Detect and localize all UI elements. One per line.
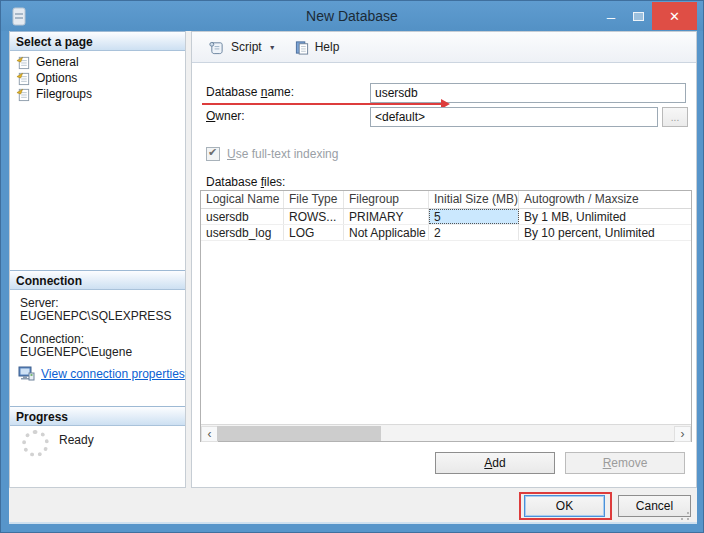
select-a-page-title: Select a page [16, 35, 93, 49]
fulltext-checkbox-row: Use full-text indexing [206, 147, 338, 161]
help-label: Help [315, 40, 340, 54]
cell-initial-size[interactable]: 2 [429, 225, 519, 240]
cell-autogrowth[interactable]: By 10 percent, Unlimited [519, 225, 691, 240]
titlebar: New Database – ✕ [1, 1, 703, 31]
close-icon: ✕ [669, 9, 680, 24]
cell-filegroup[interactable]: Not Applicable [344, 225, 429, 240]
column-header-filegroup: Filegroup [344, 191, 429, 208]
sidebar-item-options[interactable]: Options [16, 70, 181, 86]
page-icon [16, 55, 31, 70]
page-icon [16, 87, 31, 102]
server-label: Server: [20, 296, 59, 310]
ok-button[interactable]: OK [524, 495, 605, 517]
fulltext-label: Use full-text indexing [227, 147, 338, 161]
cell-logical-name[interactable]: usersdb [201, 209, 284, 224]
table-row: usersdb ROWS... PRIMARY 5 By 1 MB, Unlim… [201, 209, 691, 225]
close-button[interactable]: ✕ [652, 2, 697, 30]
select-a-page-header: Select a page [10, 31, 185, 51]
sidebar-item-label: General [36, 55, 79, 69]
maximize-button[interactable] [625, 2, 651, 30]
view-connection-properties[interactable]: View connection properties [18, 366, 185, 381]
horizontal-scrollbar[interactable]: ‹ › [201, 424, 691, 441]
new-database-dialog: New Database – ✕ Select a page [0, 0, 704, 533]
minimize-button[interactable]: – [598, 2, 624, 30]
sidebar-item-general[interactable]: General [16, 54, 181, 70]
database-files-table: Logical Name File Type Filegroup Initial… [200, 190, 692, 442]
connection-label: Connection: [20, 332, 84, 346]
cell-file-type[interactable]: ROWS... [284, 209, 344, 224]
script-button[interactable]: Script ▼ [200, 36, 283, 59]
server-value: EUGENEPC\SQLEXPRESS [20, 309, 171, 323]
help-icon [294, 40, 310, 55]
progress-title: Progress [16, 410, 68, 424]
sidebar-item-label: Options [36, 71, 77, 85]
page-icon [16, 71, 31, 86]
minimize-icon: – [607, 8, 615, 25]
scrollbar-thumb[interactable] [217, 426, 381, 441]
cell-logical-name[interactable]: usersdb_log [201, 225, 284, 240]
remove-button: Remove [565, 452, 685, 474]
script-icon [207, 40, 226, 55]
cell-filegroup[interactable]: PRIMARY [344, 209, 429, 224]
cell-autogrowth[interactable]: By 1 MB, Unlimited [519, 209, 691, 224]
column-header-file-type: File Type [284, 191, 344, 208]
progress-status: Ready [59, 433, 94, 447]
column-header-initial-size: Initial Size (MB) [429, 191, 519, 208]
column-header-logical-name: Logical Name [201, 191, 284, 208]
scroll-right-arrow[interactable]: › [674, 426, 691, 442]
annotation-arrow [202, 103, 442, 105]
connection-header: Connection [10, 270, 185, 290]
connection-properties-icon [18, 366, 35, 381]
progress-header: Progress [10, 406, 185, 426]
fulltext-checkbox [206, 147, 220, 161]
scroll-left-arrow[interactable]: ‹ [201, 426, 218, 442]
connection-value: EUGENEPC\Eugene [20, 345, 132, 359]
chevron-down-icon: ▼ [267, 44, 276, 51]
sidebar-item-filegroups[interactable]: Filegroups [16, 86, 181, 102]
cell-initial-size-selected[interactable]: 5 [429, 209, 519, 224]
progress-spinner-icon [22, 430, 49, 457]
database-name-label: Database name: [206, 85, 294, 99]
main-panel: Script ▼ Help [191, 31, 697, 488]
column-header-autogrowth: Autogrowth / Maxsize [519, 191, 691, 208]
toolbar: Script ▼ Help [192, 32, 696, 63]
database-files-label: Database files: [206, 175, 285, 189]
sidebar: Select a page General [9, 31, 186, 488]
dialog-client-area: Select a page General [9, 31, 697, 524]
table-row: usersdb_log LOG Not Applicable 2 By 10 p… [201, 225, 691, 241]
sidebar-item-label: Filegroups [36, 87, 92, 101]
script-label: Script [231, 40, 262, 54]
database-name-input[interactable] [370, 83, 686, 103]
cell-file-type[interactable]: LOG [284, 225, 344, 240]
help-button[interactable]: Help [287, 36, 347, 59]
owner-browse-button[interactable]: ... [662, 107, 688, 127]
owner-label: Owner: [206, 109, 245, 123]
maximize-icon [633, 12, 644, 21]
owner-input[interactable] [370, 107, 658, 127]
connection-title: Connection [16, 274, 82, 288]
add-button[interactable]: Add [435, 452, 555, 474]
table-header-row: Logical Name File Type Filegroup Initial… [201, 191, 691, 209]
view-connection-properties-link[interactable]: View connection properties [41, 367, 185, 381]
resize-grip[interactable] [681, 512, 689, 520]
